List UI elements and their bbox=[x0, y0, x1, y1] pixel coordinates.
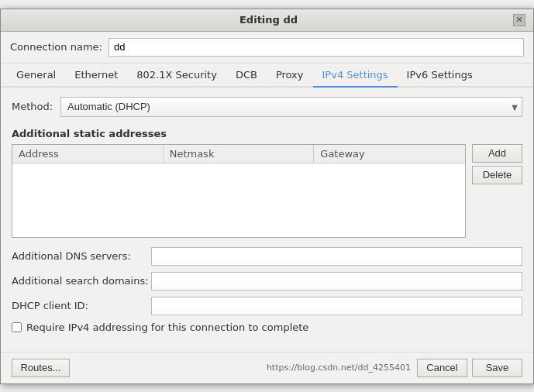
add-address-button[interactable]: Add bbox=[472, 144, 522, 163]
routes-button[interactable]: Routes... bbox=[12, 359, 70, 377]
method-label: Method: bbox=[12, 101, 54, 112]
require-ipv4-checkbox[interactable] bbox=[12, 322, 22, 332]
dhcp-client-id-label: DHCP client ID: bbox=[12, 300, 151, 311]
require-ipv4-row: Require IPv4 addressing for this connect… bbox=[12, 322, 522, 333]
tab-ipv6-settings[interactable]: IPv6 Settings bbox=[398, 64, 482, 88]
search-domains-input[interactable] bbox=[151, 272, 522, 291]
save-button[interactable]: Save bbox=[472, 359, 522, 377]
bottom-actions: Routes... https://blog.csdn.net/dd_42554… bbox=[1, 352, 533, 383]
connection-name-label: Connection name: bbox=[10, 41, 102, 53]
tab-8021x-security[interactable]: 802.1X Security bbox=[127, 64, 226, 88]
dns-servers-label: Additional DNS servers: bbox=[12, 250, 151, 262]
addresses-body bbox=[12, 163, 465, 237]
search-domains-row: Additional search domains: bbox=[12, 272, 522, 291]
col-header-netmask: Netmask bbox=[164, 145, 315, 163]
title-bar: Editing dd ✕ bbox=[1, 9, 533, 32]
dialog: Editing dd ✕ Connection name: General Et… bbox=[0, 9, 534, 384]
tab-ipv4-settings[interactable]: IPv4 Settings bbox=[313, 64, 398, 88]
tab-general[interactable]: General bbox=[7, 64, 65, 88]
tab-proxy[interactable]: Proxy bbox=[267, 64, 313, 88]
addresses-layout: Address Netmask Gateway Add Delete bbox=[12, 144, 522, 238]
connection-name-input[interactable] bbox=[109, 38, 524, 57]
dhcp-client-id-row: DHCP client ID: bbox=[12, 297, 522, 315]
tab-ethernet[interactable]: Ethernet bbox=[65, 64, 127, 88]
address-buttons: Add Delete bbox=[472, 144, 522, 184]
tabs-bar: General Ethernet 802.1X Security DCB Pro… bbox=[1, 64, 533, 88]
dialog-title: Editing dd bbox=[24, 14, 513, 26]
method-select-wrapper: Automatic (DHCP) ▼ bbox=[60, 97, 522, 117]
cancel-button[interactable]: Cancel bbox=[417, 359, 467, 377]
addresses-section: Additional static addresses Address Netm… bbox=[12, 128, 522, 238]
connection-name-row: Connection name: bbox=[1, 32, 533, 64]
method-row: Method: Automatic (DHCP) ▼ bbox=[12, 97, 522, 117]
col-header-gateway: Gateway bbox=[314, 145, 465, 163]
col-header-address: Address bbox=[12, 145, 164, 163]
dns-servers-row: Additional DNS servers: bbox=[12, 247, 522, 266]
dns-servers-input[interactable] bbox=[151, 247, 522, 266]
content-area: Method: Automatic (DHCP) ▼ Additional st… bbox=[1, 88, 533, 352]
require-ipv4-label: Require IPv4 addressing for this connect… bbox=[26, 322, 308, 333]
addresses-table: Address Netmask Gateway bbox=[12, 144, 466, 238]
url-hint: https://blog.csdn.net/dd_4255401 bbox=[267, 363, 411, 373]
method-select[interactable]: Automatic (DHCP) bbox=[60, 97, 522, 117]
addresses-section-title: Additional static addresses bbox=[12, 128, 522, 139]
close-button[interactable]: ✕ bbox=[513, 14, 525, 26]
search-domains-label: Additional search domains: bbox=[12, 275, 151, 287]
dialog-action-buttons: Cancel Save bbox=[417, 359, 522, 377]
dhcp-client-id-input[interactable] bbox=[151, 297, 522, 315]
delete-address-button[interactable]: Delete bbox=[472, 166, 522, 184]
addresses-header: Address Netmask Gateway bbox=[12, 145, 465, 163]
tab-dcb[interactable]: DCB bbox=[226, 64, 267, 88]
